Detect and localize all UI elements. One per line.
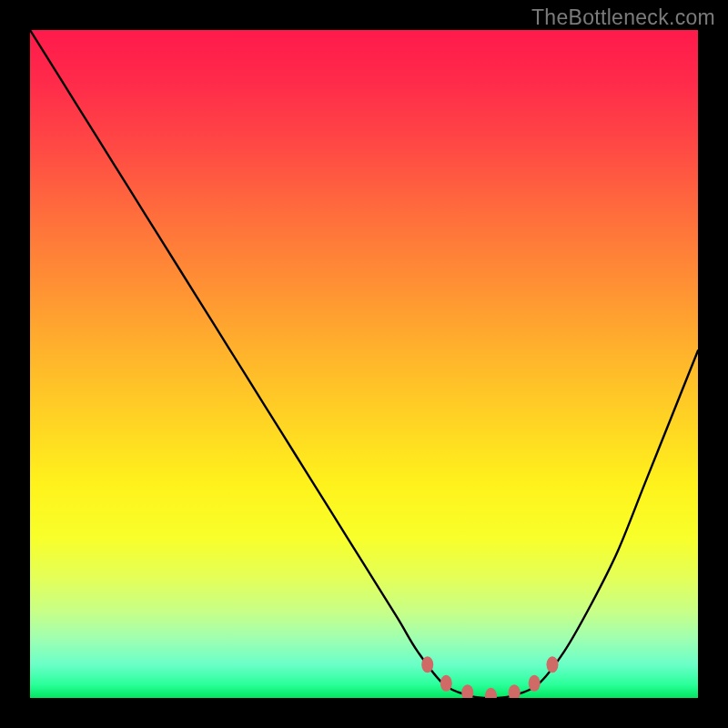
optimal-range-markers: [30, 30, 698, 698]
marker-dot: [461, 684, 473, 698]
marker-dot: [546, 656, 558, 672]
marker-dot: [529, 675, 541, 692]
plot-area: [30, 30, 698, 698]
marker-dot: [485, 688, 497, 698]
marker-dot: [421, 656, 433, 672]
watermark-label: TheBottleneck.com: [531, 5, 715, 30]
marker-dot: [440, 675, 452, 692]
marker-dot: [509, 684, 521, 698]
chart-frame: TheBottleneck.com: [0, 0, 728, 728]
